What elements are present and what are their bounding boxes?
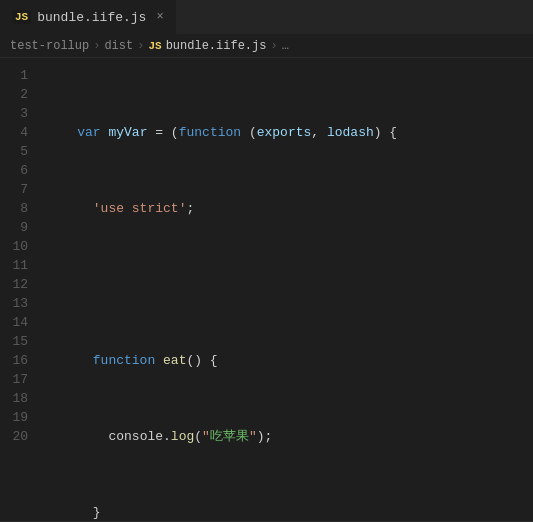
ln-3: 3 bbox=[0, 104, 42, 123]
ln-5: 5 bbox=[0, 142, 42, 161]
breadcrumb: test-rollup › dist › JS bundle.iife.js ›… bbox=[0, 35, 533, 58]
code-lines: var myVar = (function (exports, lodash) … bbox=[42, 58, 533, 521]
ln-4: 4 bbox=[0, 123, 42, 142]
ln-6: 6 bbox=[0, 161, 42, 180]
ln-1: 1 bbox=[0, 66, 42, 85]
breadcrumb-js-badge: JS bbox=[148, 40, 161, 52]
code-line-1: var myVar = (function (exports, lodash) … bbox=[46, 123, 533, 142]
code-line-5: console.log("吃苹果"); bbox=[46, 427, 533, 446]
ln-18: 18 bbox=[0, 389, 42, 408]
ln-17: 17 bbox=[0, 370, 42, 389]
breadcrumb-sep-1: › bbox=[93, 39, 100, 53]
breadcrumb-ellipsis: … bbox=[282, 39, 289, 53]
tab-filename: bundle.iife.js bbox=[37, 10, 146, 25]
ln-10: 10 bbox=[0, 237, 42, 256]
tab-bar: JS bundle.iife.js × bbox=[0, 0, 533, 35]
ln-9: 9 bbox=[0, 218, 42, 237]
breadcrumb-part-2: dist bbox=[104, 39, 133, 53]
ln-11: 11 bbox=[0, 256, 42, 275]
ln-20: 20 bbox=[0, 427, 42, 446]
breadcrumb-current-file: bundle.iife.js bbox=[166, 39, 267, 53]
code-line-6: } bbox=[46, 503, 533, 521]
code-editor: 1 2 3 4 5 6 7 8 9 10 11 12 13 14 15 16 1… bbox=[0, 58, 533, 521]
ln-7: 7 bbox=[0, 180, 42, 199]
breadcrumb-sep-2: › bbox=[137, 39, 144, 53]
js-file-icon: JS bbox=[12, 10, 31, 24]
close-tab-icon[interactable]: × bbox=[156, 10, 163, 24]
ln-2: 2 bbox=[0, 85, 42, 104]
line-numbers: 1 2 3 4 5 6 7 8 9 10 11 12 13 14 15 16 1… bbox=[0, 58, 42, 521]
ln-14: 14 bbox=[0, 313, 42, 332]
ln-13: 13 bbox=[0, 294, 42, 313]
ln-16: 16 bbox=[0, 351, 42, 370]
ln-15: 15 bbox=[0, 332, 42, 351]
ln-19: 19 bbox=[0, 408, 42, 427]
code-line-3 bbox=[46, 275, 533, 294]
file-tab[interactable]: JS bundle.iife.js × bbox=[0, 0, 177, 35]
ln-8: 8 bbox=[0, 199, 42, 218]
breadcrumb-part-1: test-rollup bbox=[10, 39, 89, 53]
ln-12: 12 bbox=[0, 275, 42, 294]
code-line-4: function eat() { bbox=[46, 351, 533, 370]
breadcrumb-sep-3: › bbox=[270, 39, 277, 53]
code-line-2: 'use strict'; bbox=[46, 199, 533, 218]
